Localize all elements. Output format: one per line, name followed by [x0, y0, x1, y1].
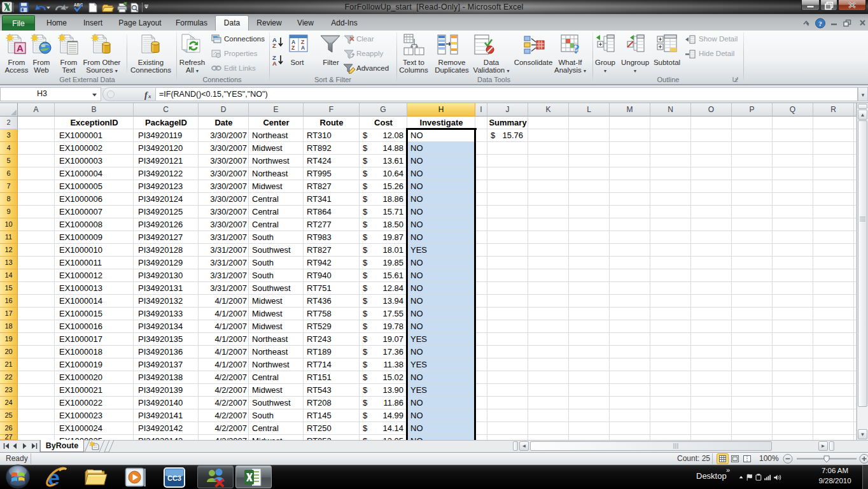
svg-text:Z: Z [272, 42, 276, 48]
svg-text:A: A [301, 45, 305, 51]
svg-text:A: A [17, 43, 24, 53]
svg-text:?: ? [573, 41, 580, 55]
svg-text:?: ? [818, 20, 822, 27]
svg-text:Z: Z [291, 45, 295, 51]
svg-text:x: x [148, 93, 151, 99]
svg-text:CC3: CC3 [167, 474, 181, 482]
